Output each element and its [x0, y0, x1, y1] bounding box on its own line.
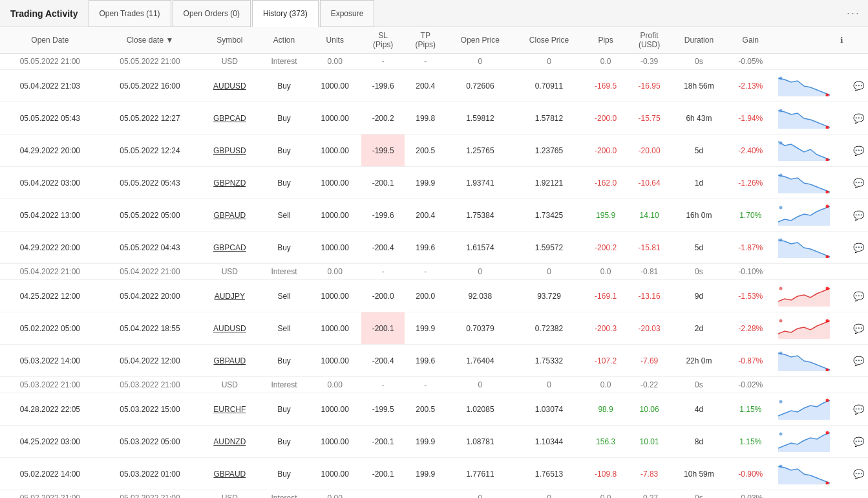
tab-0[interactable]: Open Trades (11) [89, 0, 171, 27]
symbol-cell[interactable]: EURCHF [200, 393, 259, 426]
comment-icon[interactable]: 💬 [853, 437, 864, 447]
comment-cell[interactable]: 💬 [849, 232, 868, 264]
symbol-cell[interactable]: AUDUSD [200, 312, 259, 345]
symbol-cell[interactable]: GBPNZD [200, 167, 259, 199]
open-date-cell: 04.25.2022 03:00 [0, 426, 100, 458]
comment-icon[interactable]: 💬 [853, 243, 864, 253]
info-cell [834, 280, 849, 312]
comment-icon[interactable]: 💬 [853, 356, 864, 366]
open-price-cell: 0 [446, 54, 514, 70]
profit-cell: -13.16 [628, 280, 672, 312]
comment-cell[interactable]: 💬 [849, 426, 868, 458]
duration-cell: 9d [671, 280, 726, 312]
gain-cell: -0.87% [727, 345, 774, 377]
comment-icon[interactable]: 💬 [853, 210, 864, 221]
comment-cell[interactable]: 💬 [849, 312, 868, 345]
col-close-price: Close Price [514, 27, 584, 54]
profit-cell: -20.00 [628, 135, 672, 167]
col-chart [774, 27, 834, 54]
svg-point-9 [826, 205, 829, 208]
chart-cell [774, 377, 834, 393]
comment-cell[interactable]: 💬 [849, 199, 868, 232]
symbol-cell[interactable]: GBPCAD [200, 102, 259, 135]
comment-cell[interactable]: 💬 [849, 135, 868, 167]
action-cell: Buy [259, 135, 308, 167]
symbol-cell[interactable]: GBPAUD [200, 458, 259, 490]
symbol-cell[interactable]: GBPAUD [200, 199, 259, 232]
tp-cell: 199.9 [405, 458, 446, 490]
comment-cell[interactable]: 💬 [849, 167, 868, 199]
symbol-link[interactable]: GBPAUD [213, 356, 246, 365]
comment-cell[interactable]: 💬 [849, 70, 868, 102]
col-close-date[interactable]: Close date ▼ [100, 27, 200, 54]
comment-icon[interactable]: 💬 [853, 81, 864, 91]
tab-3[interactable]: Exposure [320, 0, 375, 27]
symbol-link[interactable]: GBPNZD [213, 179, 246, 188]
open-price-cell: 1.93741 [446, 167, 514, 199]
comment-cell[interactable]: 💬 [849, 393, 868, 426]
symbol-cell[interactable]: GBPAUD [200, 345, 259, 377]
close-date-cell: 05.05.2022 04:43 [100, 232, 200, 264]
comment-icon[interactable]: 💬 [853, 291, 864, 301]
pips-cell: 195.9 [584, 199, 628, 232]
comment-icon[interactable]: 💬 [853, 469, 864, 479]
col-duration: Duration [671, 27, 726, 54]
close-price-cell: 1.75332 [514, 345, 584, 377]
comment-icon[interactable]: 💬 [853, 146, 864, 156]
open-date-cell: 05.02.2022 05:00 [0, 312, 100, 345]
svg-point-14 [779, 319, 783, 323]
open-price-cell: 0.70379 [446, 312, 514, 345]
sl-cell: - [361, 264, 405, 280]
symbol-cell[interactable]: GBPUSD [200, 135, 259, 167]
symbol-link[interactable]: GBPCAD [213, 114, 246, 123]
symbol-cell[interactable]: GBPCAD [200, 232, 259, 264]
comment-icon[interactable]: 💬 [853, 178, 864, 188]
symbol-link[interactable]: GBPAUD [213, 470, 246, 479]
comment-icon[interactable]: 💬 [853, 113, 864, 124]
comment-cell[interactable]: 💬 [849, 280, 868, 312]
tab-2[interactable]: History (373) [252, 0, 319, 27]
units-cell: 1000.00 [309, 232, 361, 264]
info-cell [834, 426, 849, 458]
more-button[interactable]: ··· [839, 6, 868, 20]
pips-cell: -107.2 [584, 345, 628, 377]
sl-cell: - [361, 54, 405, 70]
symbol-link[interactable]: AUDUSD [213, 324, 246, 333]
close-date-cell: 05.05.2022 21:00 [100, 54, 200, 70]
symbol-cell[interactable]: AUDNZD [200, 426, 259, 458]
comment-cell[interactable]: 💬 [849, 102, 868, 135]
close-price-cell: 1.59572 [514, 232, 584, 264]
sl-cell: - [361, 377, 405, 393]
pips-cell: 0.0 [584, 54, 628, 70]
comment-cell[interactable]: 💬 [849, 345, 868, 377]
symbol-link[interactable]: EURCHF [213, 405, 246, 414]
symbol-link[interactable]: AUDNZD [213, 437, 246, 446]
table-row: 05.03.2022 21:0005.03.2022 21:00USDInter… [0, 377, 868, 393]
close-date-cell: 05.05.2022 12:24 [100, 135, 200, 167]
gain-cell: -0.03% [727, 490, 774, 499]
open-date-cell: 05.05.2022 05:43 [0, 102, 100, 135]
chart-cell [774, 280, 834, 312]
symbol-link[interactable]: GBPAUD [213, 211, 246, 220]
open-price-cell: 1.75384 [446, 199, 514, 232]
duration-cell: 10h 59m [671, 458, 726, 490]
duration-cell: 5d [671, 232, 726, 264]
symbol-cell[interactable]: AUDJPY [200, 280, 259, 312]
symbol-link[interactable]: AUDJPY [215, 292, 245, 301]
symbol-link[interactable]: GBPUSD [213, 146, 246, 155]
comment-icon[interactable]: 💬 [853, 404, 864, 415]
symbol-link[interactable]: AUDUSD [213, 81, 246, 91]
symbol-cell[interactable]: AUDUSD [200, 70, 259, 102]
info-cell [834, 199, 849, 232]
open-date-cell: 04.29.2022 20:00 [0, 135, 100, 167]
pips-cell: -200.2 [584, 232, 628, 264]
action-cell: Sell [259, 199, 308, 232]
close-date-cell: 05.03.2022 05:00 [100, 426, 200, 458]
duration-cell: 0s [671, 54, 726, 70]
profit-cell: -20.03 [628, 312, 672, 345]
open-price-cell: 92.038 [446, 280, 514, 312]
symbol-link[interactable]: GBPCAD [213, 243, 246, 252]
comment-icon[interactable]: 💬 [853, 323, 864, 334]
tab-1[interactable]: Open Orders (0) [173, 0, 251, 27]
comment-cell[interactable]: 💬 [849, 458, 868, 490]
